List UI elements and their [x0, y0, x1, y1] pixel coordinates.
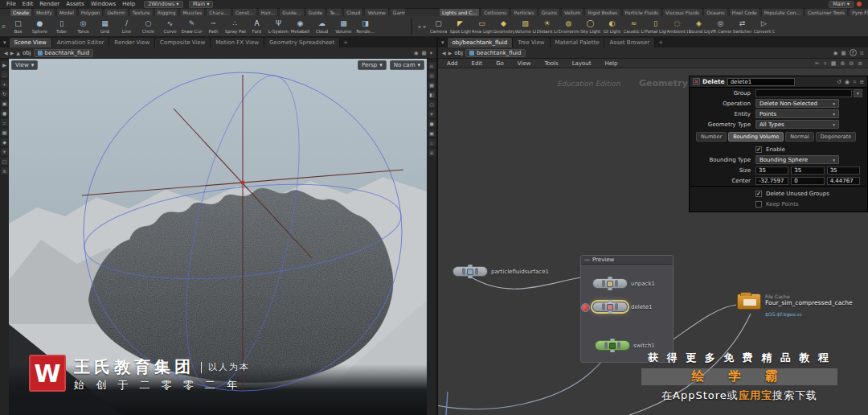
geometry-light-tool[interactable]: ◆ Geometry L...	[493, 19, 514, 34]
menu-item[interactable]: Help	[119, 1, 138, 7]
path-context[interactable]: obj	[454, 50, 463, 56]
distant-light-tool[interactable]: ☀ Distant Light	[536, 19, 558, 34]
menu-item[interactable]: File	[3, 1, 19, 7]
pane-tab[interactable]: Animation Editor	[52, 38, 110, 47]
parameter-folder-tab[interactable]: Bounding Volume	[728, 132, 784, 142]
curve-tool[interactable]: ∿ Curve	[159, 19, 181, 34]
node-body[interactable]	[452, 266, 488, 277]
shelf-tab[interactable]: Oceans	[703, 8, 727, 16]
shelf-scroll-right-icon[interactable]: ▸	[422, 23, 428, 29]
node-flag-left[interactable]	[604, 342, 608, 349]
key-tool-icon[interactable]: ◆	[1, 138, 8, 146]
enable-checkbox[interactable]: ✓	[755, 146, 762, 153]
box-tool[interactable]: □ Box	[7, 19, 29, 34]
gi-light-tool[interactable]: ◐ GI Light	[601, 19, 623, 34]
tube-tool[interactable]: ▯ Tube	[51, 19, 72, 34]
shelf-tab[interactable]: Populate Con...	[761, 8, 804, 16]
lasso-tool-icon[interactable]: ◌	[1, 71, 8, 78]
shelf-tab[interactable]: Model	[56, 8, 77, 16]
keep-points-checkbox[interactable]: ✓	[755, 201, 762, 208]
center-z-field[interactable]: 4.44767	[827, 177, 860, 185]
node-name-field[interactable]	[727, 78, 795, 86]
menu-item[interactable]: Assets	[63, 1, 88, 7]
bound-light-tool[interactable]: ◈ Bound Light	[688, 19, 710, 34]
parameter-folder-tab[interactable]: Degenerate	[816, 132, 856, 142]
menu-item[interactable]: Edit	[469, 60, 486, 67]
translate-tool-icon[interactable]: +	[1, 80, 8, 88]
pane-menu-icon[interactable]: ▾	[0, 39, 10, 47]
viewport-camera-menu[interactable]: No cam ▾	[390, 60, 424, 70]
pane-tab[interactable]: Scene View	[10, 38, 52, 47]
node-body[interactable]	[592, 278, 628, 289]
path-node-chip[interactable]: beachtank_fluid	[34, 49, 94, 57]
options-icon[interactable]: ≡	[858, 60, 862, 67]
node-delete1[interactable]: delete1	[592, 302, 653, 312]
shelf-tab[interactable]: Modify	[33, 8, 55, 16]
menu-item[interactable]: Go	[493, 60, 507, 67]
node-flag-right[interactable]	[615, 280, 618, 287]
shelf-tab[interactable]: Collisions	[481, 8, 510, 16]
menu-item[interactable]: Windows	[88, 1, 119, 7]
bounding-type-select[interactable]: Bounding Sphere ▾	[755, 155, 839, 164]
shelf-tab[interactable]: Lights and C...	[439, 8, 480, 16]
draw-curve-tool[interactable]: ✎ Draw Curve	[181, 19, 203, 34]
shelf-tab[interactable]: Guide...	[279, 8, 304, 16]
volume-light-tool[interactable]: ▨ Volume Light	[514, 19, 536, 34]
ortho-view-icon[interactable]: ▦	[428, 81, 436, 88]
viewport-persp-menu[interactable]: Persp ▾	[358, 60, 387, 70]
sphere-tool[interactable]: ● Sphere	[29, 19, 51, 34]
node-body[interactable]	[595, 340, 630, 351]
zoom-out-icon[interactable]: ⊖	[849, 60, 854, 67]
pane-menu-icon[interactable]: ▾	[438, 39, 448, 47]
node-file-cache[interactable]: File Cache Four_sim_compressed_cache $OS…	[737, 294, 853, 317]
shelf-scroll-left-icon[interactable]: ◂	[416, 23, 422, 29]
rotate-tool-icon[interactable]: ↻	[1, 90, 8, 97]
camera-tool[interactable]: ▢ Camera	[428, 19, 449, 34]
pane-tab[interactable]: Asset Browser	[604, 38, 655, 47]
parameter-folder-tab[interactable]: Number	[696, 132, 727, 142]
caustic-light-tool[interactable]: ≈ Caustic Light	[623, 19, 645, 34]
python-tool-icon[interactable]: ≋	[1, 167, 8, 175]
scale-tool-icon[interactable]: ▣	[1, 100, 8, 107]
font-tool[interactable]: A Font	[246, 19, 268, 34]
pin-panel-icon[interactable]: ◉	[845, 79, 850, 85]
camera-tool-icon[interactable]: ▢	[1, 158, 8, 165]
snap-icon[interactable]: ⌗	[824, 60, 827, 67]
shelf-tab[interactable]: Pixel Code	[729, 8, 760, 16]
snapshot-icon[interactable]: ▣	[428, 129, 436, 137]
shelf-tab[interactable]: Rigid Bodies	[584, 8, 620, 16]
shelf-tab[interactable]: Hair...	[258, 8, 279, 16]
shelf-tab[interactable]: Texture	[129, 8, 154, 16]
forward-icon[interactable]: ▶	[10, 50, 14, 55]
circle-tool[interactable]: ○ Circle	[137, 19, 159, 34]
node-flag-right[interactable]	[615, 303, 618, 310]
metaball-tool[interactable]: ◉ Metaball	[289, 19, 311, 34]
convert-camera-tool[interactable]: ▷ Convert C...	[753, 19, 775, 34]
spot-light-tool[interactable]: ◤ Spot Light	[449, 19, 471, 34]
grid-icon[interactable]: ▦	[841, 50, 845, 56]
revert-icon[interactable]: ↺	[837, 79, 841, 85]
light-tool-icon[interactable]: ☀	[1, 148, 8, 155]
pane-tab[interactable]: obj/beachtank_fluid	[448, 38, 514, 47]
switcher-tool[interactable]: ⇄ Switcher	[731, 19, 753, 34]
shelf-tab[interactable]: Particle Fluids	[622, 8, 662, 16]
node-switch1[interactable]: switch1	[595, 340, 655, 351]
shelf-tab[interactable]: Container Tools	[805, 8, 848, 16]
pane-options-icon[interactable]: ≡	[860, 50, 864, 56]
grid-toggle-icon[interactable]: ⌗	[428, 139, 436, 146]
shelf-tab[interactable]: Chara...	[206, 8, 231, 16]
portal-light-tool[interactable]: ▯ Portal Light	[645, 19, 666, 34]
shelf-tab[interactable]: Guide	[305, 8, 326, 16]
delete-unused-groups-checkbox[interactable]: ✓	[755, 191, 762, 197]
operation-select[interactable]: Delete Non-Selected ▾	[755, 99, 839, 108]
pin-icon[interactable]: ◉	[414, 50, 419, 56]
shelf-tab[interactable]: Cloud	[343, 8, 363, 16]
display-options-icon[interactable]: ≡	[428, 149, 436, 156]
shelf-tab[interactable]: Te...	[326, 8, 342, 16]
node-flag-right[interactable]	[617, 342, 620, 349]
sky-light-tool[interactable]: ◯ Sky Light	[579, 19, 601, 34]
volume-tool[interactable]: ▩ Volume	[333, 19, 354, 34]
shelf-tab[interactable]: Muscles	[179, 8, 205, 16]
vr-camera-tool[interactable]: ◎ VR Camera	[710, 19, 731, 34]
grid-icon[interactable]: ▦	[422, 50, 427, 56]
